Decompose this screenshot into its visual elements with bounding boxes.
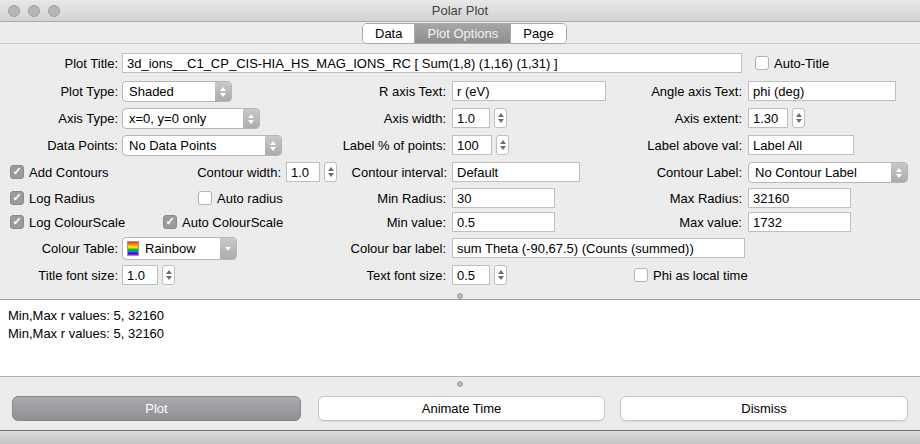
max-radius-label: Max Radius: [602, 191, 742, 207]
r-axis-text-label: R axis Text: [306, 84, 446, 100]
window-footer [0, 431, 920, 444]
popup-arrows-icon [265, 136, 281, 155]
label-pct-input[interactable] [452, 135, 492, 155]
auto-colourscale-checkbox[interactable] [163, 215, 177, 229]
log-colourscale-checkbox[interactable] [10, 215, 24, 229]
add-contours-checkbox[interactable] [10, 165, 24, 179]
plot-title-input[interactable] [122, 53, 742, 73]
label-above-label: Label above val: [602, 138, 742, 154]
label-above-input[interactable] [748, 135, 854, 155]
log-colourscale-checkbox-label[interactable]: Log ColourScale [29, 215, 125, 231]
log-radius-checkbox-label[interactable]: Log Radius [29, 191, 95, 207]
window-title: Polar Plot [0, 3, 920, 18]
colour-table-select[interactable]: Rainbow [122, 237, 237, 260]
auto-title-checkbox-label[interactable]: Auto-Title [774, 56, 829, 72]
plot-button[interactable]: Plot [12, 396, 301, 421]
max-value-label: Max value: [602, 215, 742, 231]
title-font-size-stepper[interactable] [162, 265, 175, 285]
auto-radius-checkbox-label[interactable]: Auto radius [217, 191, 283, 207]
data-points-select[interactable]: No Data Points [122, 135, 282, 156]
popup-arrows-icon [243, 109, 259, 128]
text-font-size-stepper[interactable] [494, 265, 507, 285]
auto-title-checkbox[interactable] [755, 56, 769, 70]
min-radius-label: Min Radius: [306, 191, 446, 207]
plot-type-label: Plot Type: [0, 84, 118, 100]
contour-width-input[interactable] [286, 162, 320, 182]
popup-arrows-icon [891, 163, 907, 182]
popup-arrows-icon [215, 82, 231, 101]
log-radius-checkbox[interactable] [10, 191, 24, 205]
label-pct-stepper[interactable] [496, 135, 509, 155]
tab-segmented-control: Data Plot Options Page [362, 23, 567, 44]
contour-width-stepper[interactable] [324, 162, 337, 182]
text-font-size-input[interactable] [452, 265, 490, 285]
min-value-label: Min value: [306, 215, 446, 231]
min-value-input[interactable] [452, 212, 555, 232]
phi-local-time-checkbox-label[interactable]: Phi as local time [653, 268, 748, 284]
axis-extent-label: Axis extent: [602, 111, 742, 127]
axis-type-label: Axis Type: [0, 111, 118, 127]
angle-axis-text-input[interactable] [748, 81, 896, 101]
contour-label-label: Contour Label: [602, 165, 742, 181]
axis-extent-input[interactable] [748, 108, 788, 128]
popup-arrow-down-icon [220, 238, 236, 259]
status-output-area: Min,Max r values: 5, 32160 Min,Max r val… [0, 299, 920, 377]
angle-axis-text-label: Angle axis Text: [602, 84, 742, 100]
tab-plot-options[interactable]: Plot Options [415, 24, 511, 43]
dismiss-button[interactable]: Dismiss [620, 396, 908, 421]
colour-bar-label-input[interactable] [452, 238, 745, 258]
title-font-size-input[interactable] [122, 265, 158, 285]
axis-width-stepper[interactable] [494, 108, 507, 128]
polar-plot-window: Polar Plot Data Plot Options Page Plot T… [0, 0, 920, 444]
tab-bar: Data Plot Options Page [0, 22, 920, 44]
data-points-label: Data Points: [0, 138, 118, 154]
rainbow-swatch-icon [127, 241, 139, 256]
status-line: Min,Max r values: 5, 32160 [8, 307, 912, 325]
axis-extent-stepper[interactable] [792, 108, 805, 128]
min-radius-input[interactable] [452, 188, 555, 208]
contour-interval-label: Contour interval: [342, 165, 447, 181]
contour-interval-input[interactable] [452, 162, 580, 182]
title-bar: Polar Plot [0, 0, 920, 22]
axis-width-input[interactable] [452, 108, 490, 128]
phi-local-time-checkbox[interactable] [634, 268, 648, 282]
contour-label-select[interactable]: No Contour Label [748, 162, 908, 183]
add-contours-checkbox-label[interactable]: Add Contours [29, 165, 109, 181]
auto-colourscale-checkbox-label[interactable]: Auto ColourScale [182, 215, 283, 231]
label-pct-label: Label % of points: [306, 138, 446, 154]
text-font-size-label: Text font size: [306, 268, 446, 284]
splitter-handle-bottom[interactable] [457, 381, 463, 387]
max-value-input[interactable] [748, 212, 851, 232]
animate-time-button[interactable]: Animate Time [318, 396, 605, 421]
axis-type-select[interactable]: x=0, y=0 only [122, 108, 260, 129]
tab-page[interactable]: Page [511, 24, 565, 43]
title-font-size-label: Title font size: [0, 268, 118, 284]
contour-width-label: Contour width: [161, 165, 281, 181]
tab-data[interactable]: Data [363, 24, 415, 43]
colour-table-label: Colour Table: [0, 241, 118, 257]
axis-width-label: Axis width: [306, 111, 446, 127]
plot-title-label: Plot Title: [0, 56, 118, 72]
auto-radius-checkbox[interactable] [198, 191, 212, 205]
plot-type-select[interactable]: Shaded [122, 81, 232, 102]
colour-bar-label-label: Colour bar label: [306, 241, 446, 257]
r-axis-text-input[interactable] [452, 81, 606, 101]
max-radius-input[interactable] [748, 188, 851, 208]
status-line: Min,Max r values: 5, 32160 [8, 325, 912, 343]
